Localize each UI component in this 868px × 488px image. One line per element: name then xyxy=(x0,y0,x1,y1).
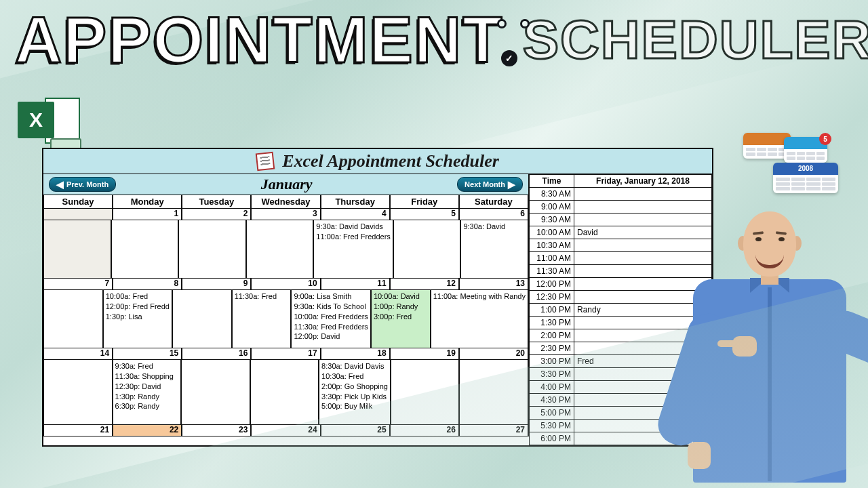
day-number[interactable]: 16 xyxy=(182,348,251,360)
day-number[interactable] xyxy=(43,209,113,220)
calendar-cell[interactable] xyxy=(391,360,460,425)
calendar-cell[interactable]: 9:00a: Lisa Smith9:30a: Kids To School10… xyxy=(291,290,370,348)
day-number[interactable]: 27 xyxy=(459,425,528,436)
calendar-cell[interactable] xyxy=(178,220,246,279)
day-number[interactable]: 9 xyxy=(182,279,251,290)
calendar-cell[interactable]: 9:30a: David xyxy=(460,220,528,279)
calendar-cell[interactable] xyxy=(43,290,103,348)
day-number[interactable]: 6 xyxy=(459,209,528,220)
day-number[interactable]: 1 xyxy=(113,209,182,220)
dow-header: Tuesday xyxy=(182,195,251,209)
day-number[interactable]: 13 xyxy=(459,279,528,290)
day-number[interactable]: 8 xyxy=(113,279,182,290)
dow-header: Wednesday xyxy=(251,195,320,209)
dow-header: Monday xyxy=(113,195,182,209)
calendar-cell[interactable] xyxy=(250,360,319,425)
day-number[interactable]: 7 xyxy=(43,279,113,290)
calendar-cell[interactable]: 10:00a: David1:00p: Randy3:00p: Fred xyxy=(371,290,431,348)
day-number[interactable]: 2 xyxy=(182,209,251,220)
next-month-button[interactable]: Next Month▶ xyxy=(457,177,523,192)
excel-money-icon: X xyxy=(18,92,80,155)
panel-header: Excel Appointment Scheduler xyxy=(43,149,712,174)
month-label: January xyxy=(121,176,452,193)
calendar-cell[interactable]: 11:30a: Fred xyxy=(232,290,292,348)
day-date-header: Friday, January 12, 2018 xyxy=(574,175,712,188)
day-number[interactable]: 23 xyxy=(182,425,251,436)
day-number[interactable]: 19 xyxy=(390,348,459,360)
day-number[interactable]: 20 xyxy=(459,348,528,360)
calendar-cell[interactable] xyxy=(43,360,113,425)
day-number[interactable]: 25 xyxy=(321,425,390,436)
day-number[interactable]: 11 xyxy=(321,279,390,290)
thumbnail-title: APPOINTMENT ✓ SCHEDULER xyxy=(15,3,853,77)
calendar-cell[interactable]: 9:30a: Fred11:30a: Shopping12:30p: David… xyxy=(113,360,182,425)
day-number[interactable]: 10 xyxy=(251,279,320,290)
scheduler-panel: Excel Appointment Scheduler ◀Prev. Month… xyxy=(42,148,713,447)
day-number[interactable]: 24 xyxy=(251,425,320,436)
day-number[interactable]: 18 xyxy=(321,348,390,360)
day-number[interactable]: 21 xyxy=(43,425,113,436)
calendar-page-icon xyxy=(256,152,275,171)
day-number[interactable]: 4 xyxy=(321,209,390,220)
time-slot-row[interactable]: 8:30 AM xyxy=(530,188,712,201)
panel-title: Excel Appointment Scheduler xyxy=(282,151,499,171)
calendar-cell[interactable] xyxy=(43,220,111,279)
calendar-cell[interactable] xyxy=(172,290,232,348)
calendar-cell[interactable] xyxy=(459,360,528,425)
day-number[interactable]: 15 xyxy=(113,348,182,360)
dow-header: Sunday xyxy=(43,195,113,209)
day-number[interactable]: 26 xyxy=(390,425,459,436)
calendar-cell[interactable] xyxy=(111,220,179,279)
calendar-cell[interactable]: 10:00a: Fred12:00p: Fred Fredd1:30p: Lis… xyxy=(103,290,172,348)
dow-header: Friday xyxy=(390,195,459,209)
calendar-cell[interactable]: 11:00a: Meeting with Randy xyxy=(431,290,528,348)
day-number[interactable]: 14 xyxy=(43,348,113,360)
calendar-cell[interactable] xyxy=(246,220,314,279)
title-word-1: APPOINTMENT xyxy=(15,3,504,77)
dow-header: Saturday xyxy=(459,195,528,209)
prev-month-button[interactable]: ◀Prev. Month xyxy=(49,177,116,192)
day-number[interactable]: 3 xyxy=(251,209,320,220)
day-number[interactable]: 12 xyxy=(390,279,459,290)
day-number[interactable]: 22 xyxy=(113,425,182,436)
calendar-cell[interactable]: 9:30a: David Davids11:00a: Fred Fredders xyxy=(313,220,393,279)
day-number[interactable]: 17 xyxy=(251,348,320,360)
day-number[interactable]: 5 xyxy=(390,209,459,220)
time-column-header: Time xyxy=(530,175,574,188)
calendar-cell[interactable]: 8:30a: David Davis10:30a: Fred2:00p: Go … xyxy=(319,360,391,425)
calendar-cell[interactable] xyxy=(181,360,250,425)
dow-header: Thursday xyxy=(321,195,390,209)
calendar-cell[interactable] xyxy=(393,220,461,279)
title-word-2: SCHEDULER xyxy=(523,9,868,71)
presenter-figure xyxy=(660,203,864,488)
